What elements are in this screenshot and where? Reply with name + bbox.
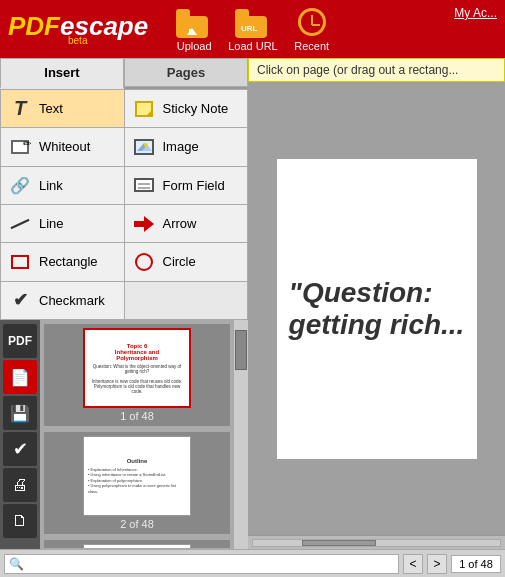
rectangle-icon [9,251,31,273]
tool-image-label: Image [163,139,199,154]
thumb-label-2: 2 of 48 [48,518,226,530]
pdf-view[interactable]: "Question:getting rich... [248,82,505,535]
thumb-title-1: Topic 6Inheritance andPolymorphism [89,343,185,361]
svg-marker-0 [134,216,154,232]
tool-text[interactable]: T Text [1,90,124,127]
tool-sticky-note[interactable]: Sticky Note [125,90,248,127]
search-input[interactable] [4,554,399,574]
horizontal-scrollbar[interactable] [248,535,505,549]
sidebar-icon-check[interactable]: ✔ [3,432,37,466]
page-indicator: 1 of 48 [451,555,501,573]
pdf-icon: PDF [8,334,32,348]
thumb-img-2: Outline • Explanation of Inheritance. • … [83,436,191,516]
next-page-button[interactable]: > [427,554,447,574]
tabs: Insert Pages [0,58,248,89]
header: PDFescape beta Upload URL Load URL [0,0,505,58]
tab-pages[interactable]: Pages [124,58,248,87]
hint-bar: Click on page (or drag out a rectang... [248,58,505,82]
logo-area: PDFescape beta [8,13,148,46]
sidebar-icon-save[interactable]: 💾 [3,396,37,430]
thumb-img-3 [83,544,191,548]
left-panel: Insert Pages T Text [0,58,248,549]
thumbnail-2[interactable]: Outline • Explanation of Inheritance. • … [44,432,230,534]
form-field-icon [133,174,155,196]
upload-label: Upload [177,40,212,52]
thumb-img-1: Topic 6Inheritance andPolymorphism Quest… [83,328,191,408]
thumb-title-2: Outline [88,458,186,464]
app: PDFescape beta Upload URL Load URL [0,0,505,577]
thumbnail-3[interactable] [44,540,230,548]
checkmark-icon: ✔ [9,289,31,311]
line-icon [9,213,31,235]
tool-whiteout[interactable]: ✏ Whiteout [1,128,124,165]
thumbnail-scrollbar[interactable] [234,320,248,549]
tool-rectangle-label: Rectangle [39,254,98,269]
image-icon [133,136,155,158]
tool-checkmark[interactable]: ✔ Checkmark [1,282,124,319]
load-url-button[interactable]: URL Load URL [228,6,278,52]
sidebar-icon-pdf[interactable]: PDF [3,324,37,358]
tool-empty [125,282,248,319]
tool-circle-label: Circle [163,254,196,269]
thumbnail-1[interactable]: Topic 6Inheritance andPolymorphism Quest… [44,324,230,426]
tool-link-label: Link [39,178,63,193]
right-content: Click on page (or drag out a rectang... … [248,58,505,549]
save-icon: 💾 [10,404,30,423]
sidebar-icons: PDF 📄 💾 ✔ 🖨 🗋 [0,320,40,549]
tool-sticky-note-label: Sticky Note [163,101,229,116]
page-icon: 🗋 [12,512,28,530]
check-icon: ✔ [13,438,28,460]
load-url-label: Load URL [228,40,278,52]
tool-arrow-label: Arrow [163,216,197,231]
pdf-content: "Question:getting rich... [277,159,477,459]
arrow-icon [133,213,155,235]
my-account-link[interactable]: My Ac... [454,6,497,20]
tool-checkmark-label: Checkmark [39,293,105,308]
sidebar-icon-pages[interactable]: 📄 [3,360,37,394]
pages-icon: 📄 [10,368,30,387]
tool-rectangle[interactable]: Rectangle [1,243,124,280]
tool-image[interactable]: Image [125,128,248,165]
whiteout-icon: ✏ [9,136,31,158]
tool-circle[interactable]: Circle [125,243,248,280]
recent-button[interactable]: Recent [294,6,330,52]
print-icon: 🖨 [12,476,28,494]
content-area: Insert Pages T Text [0,58,505,549]
bottom-bar: < > 1 of 48 [0,549,505,577]
tool-form-field-label: Form Field [163,178,225,193]
text-icon: T [9,98,31,120]
beta-badge: beta [68,35,148,46]
recent-label: Recent [294,40,329,52]
lower-left: PDF 📄 💾 ✔ 🖨 🗋 [0,320,248,549]
tool-line-label: Line [39,216,64,231]
tool-grid: T Text Sticky Note [0,89,248,320]
tool-arrow[interactable]: Arrow [125,205,248,242]
sidebar-icon-print[interactable]: 🖨 [3,468,37,502]
tool-form-field[interactable]: Form Field [125,167,248,204]
tool-line[interactable]: Line [1,205,124,242]
tool-text-label: Text [39,101,63,116]
upload-button[interactable]: Upload [176,6,212,52]
sticky-note-icon [133,98,155,120]
prev-page-button[interactable]: < [403,554,423,574]
sidebar-icon-page[interactable]: 🗋 [3,504,37,538]
thumb-body-1: Question: What is the object-oriented wa… [89,364,185,394]
tab-insert[interactable]: Insert [0,58,124,89]
scrollbar-thumb[interactable] [235,330,247,370]
circle-icon [133,251,155,273]
thumb-body-2: • Explanation of Inheritance. • Using in… [88,467,186,495]
thumb-label-1: 1 of 48 [48,410,226,422]
tool-link[interactable]: 🔗 Link [1,167,124,204]
thumbnails-list: Topic 6Inheritance andPolymorphism Quest… [40,320,234,549]
tool-whiteout-label: Whiteout [39,139,90,154]
link-icon: 🔗 [9,174,31,196]
